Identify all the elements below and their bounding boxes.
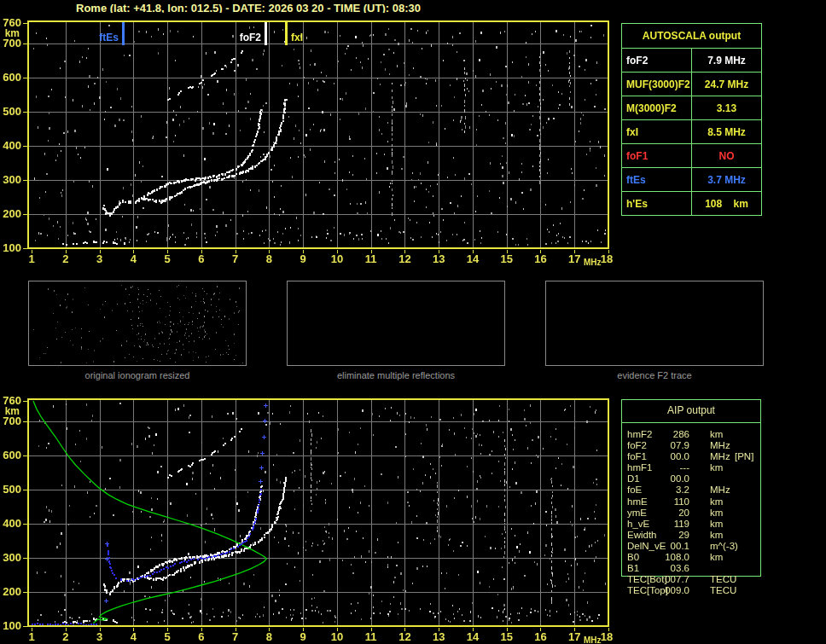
autoscala-output-table: AUTOSCALA output foF2 7.9 MHz MUF(3000)F… (621, 23, 762, 216)
param-value: 108.0 (653, 552, 689, 562)
param-value: 20 (653, 508, 689, 518)
param-label: hmF2 (627, 429, 652, 439)
param-label: hmF1 (627, 462, 652, 473)
param-unit: TECU (710, 574, 736, 584)
param-value: 7.9 MHz (692, 49, 762, 73)
param-unit: km (710, 508, 723, 518)
param-label: foF2 (627, 440, 647, 450)
autoscala-window: Rome (lat: +41.8, lon: 012.5) - DATE: 20… (0, 0, 826, 644)
table-row: ftEs 3.7 MHz (622, 168, 762, 192)
param-label: MUF(3000)F2 (622, 73, 692, 96)
param-unit: km (710, 530, 723, 540)
aip-output-panel: AIP output hmF2286km foF207.9MHz foF100.… (621, 399, 761, 600)
aip-row: hmF1---km (627, 462, 761, 473)
param-value: 286 (653, 429, 689, 439)
aip-panel-header: AIP output (621, 404, 761, 416)
table-row: foF2 7.9 MHz (622, 49, 762, 73)
thumbnail-evidence-f2-trace (545, 281, 764, 366)
param-value: 00.0 (653, 473, 689, 484)
param-value: 110 (653, 496, 689, 507)
param-unit: TECU (710, 585, 736, 595)
param-value: 8.5 MHz (692, 120, 762, 144)
table-row: MUF(3000)F2 24.7 MHz (622, 73, 762, 96)
param-value: 3.2 (653, 484, 689, 495)
param-unit: MHz (710, 440, 730, 450)
param-unit: km (710, 462, 723, 473)
param-unit: km (710, 496, 723, 507)
aip-row: foF207.9MHz (627, 440, 761, 451)
autoscala-table-header: AUTOSCALA output (622, 24, 762, 49)
param-value: 3.13 (692, 96, 762, 120)
aip-header-divider (621, 422, 761, 423)
param-label: foF1 (627, 451, 647, 461)
param-value: 3.7 MHz (692, 168, 762, 192)
aip-row: ymE20km (627, 508, 761, 519)
thumbnail-caption: original ionogram resized (28, 370, 247, 380)
param-label: h_vE (627, 519, 649, 529)
top-ionogram-plot (0, 13, 623, 270)
param-unit: m^(-3) (710, 541, 738, 551)
param-label: foE (627, 484, 642, 495)
aip-row: TEC[Top]009.0TECU (627, 585, 761, 596)
param-value: 009.0 (653, 585, 689, 595)
param-value: 108 km (692, 192, 762, 216)
table-row: fxI 8.5 MHz (622, 120, 762, 144)
table-row: foF1 NO (622, 144, 762, 168)
thumbnail-original-ionogram (28, 281, 247, 366)
param-value: 03.6 (653, 563, 689, 573)
param-label: M(3000)F2 (622, 96, 692, 120)
param-value: 07.9 (653, 440, 689, 450)
param-label: h'Es (622, 192, 692, 216)
thumbnail-eliminate-multiples (287, 281, 505, 366)
param-value: 29 (653, 530, 689, 540)
param-unit: MHz (710, 451, 730, 461)
param-extra: [PN] (735, 451, 753, 461)
param-label: foF2 (622, 49, 692, 73)
aip-row: h_vE119km (627, 519, 761, 530)
param-label: ftEs (622, 168, 692, 192)
aip-row: hmF2286km (627, 429, 761, 440)
thumbnail-caption: evidence F2 trace (545, 370, 764, 380)
param-value: 00.1 (653, 541, 689, 551)
param-unit: km (710, 519, 723, 529)
param-label: foF1 (622, 144, 692, 168)
aip-row: B0108.0km (627, 552, 761, 563)
aip-row: D100.0 (627, 473, 761, 484)
aip-rows: hmF2286km foF207.9MHz foF100.0MHz[PN] hm… (627, 429, 761, 596)
aip-row: DelN_vE00.1m^(-3) (627, 541, 761, 552)
table-row: M(3000)F2 3.13 (622, 96, 762, 120)
table-row: h'Es 108 km (622, 192, 762, 216)
aip-row: B103.6 (627, 563, 761, 574)
param-label: B1 (627, 563, 639, 573)
thumbnail-caption: eliminate multiple reflections (287, 370, 505, 380)
aip-row: foF100.0MHz[PN] (627, 451, 761, 462)
param-label: ymE (627, 508, 647, 518)
param-value: 00.0 (653, 451, 689, 461)
param-unit: km (710, 552, 723, 562)
param-value: NO (692, 144, 762, 168)
param-value: 24.7 MHz (692, 73, 762, 96)
param-label: hmE (627, 496, 648, 507)
aip-row: foE3.2MHz (627, 484, 761, 496)
param-label: D1 (627, 473, 640, 484)
param-unit: MHz (710, 484, 730, 495)
param-label: fxI (622, 120, 692, 144)
param-value: 007.7 (653, 574, 689, 584)
aip-row: hmE110km (627, 496, 761, 508)
param-value: 119 (653, 519, 689, 529)
bottom-ionogram-plot (0, 391, 623, 644)
aip-row: Ewidth29km (627, 530, 761, 541)
param-label: B0 (627, 552, 639, 562)
aip-row: TEC[Bot]007.7TECU (627, 574, 761, 585)
param-unit: km (710, 429, 723, 439)
param-value: --- (653, 462, 689, 473)
